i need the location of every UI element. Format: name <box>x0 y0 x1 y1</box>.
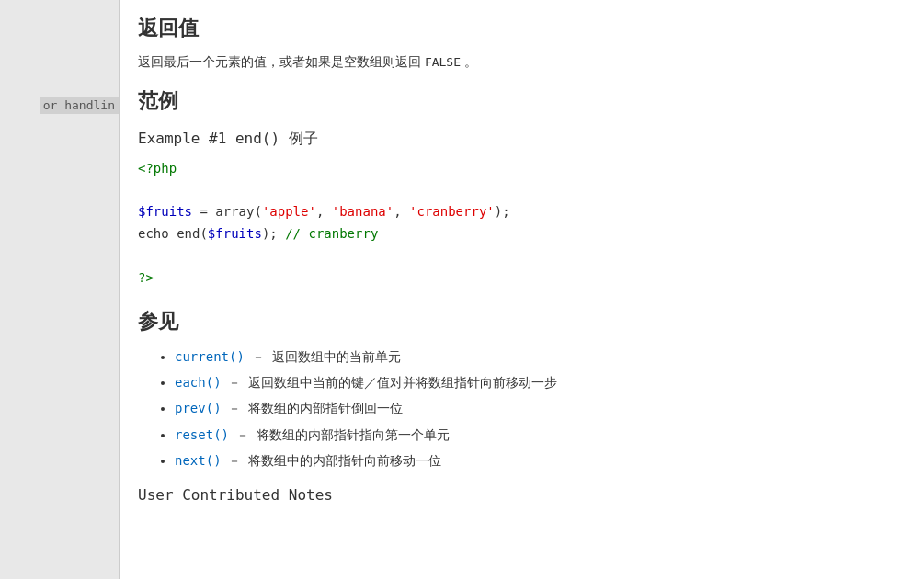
link-reset[interactable]: reset() <box>175 427 229 442</box>
separator-4: － <box>236 427 253 442</box>
list-item: each() － 返回数组中当前的键／值对并将数组指针向前移动一步 <box>175 372 896 392</box>
main-content: 返回值 返回最后一个元素的值，或者如果是空数组则返回 FALSE 。 范例 Ex… <box>120 0 924 579</box>
list-item: reset() － 将数组的内部指针指向第一个单元 <box>175 425 896 445</box>
see-also-list: current() － 返回数组中的当前单元 each() － 返回数组中当前的… <box>138 346 896 471</box>
code-block: <?php $fruits = array('apple', 'banana',… <box>138 158 896 290</box>
code-blank-line2 <box>138 245 896 267</box>
list-item: prev() － 将数组的内部指针倒回一位 <box>175 398 896 418</box>
link-each[interactable]: each() <box>175 375 222 390</box>
false-keyword: FALSE <box>425 55 461 69</box>
code-blank-line <box>138 180 896 202</box>
sidebar: or handlin <box>0 0 120 579</box>
separator-1: － <box>252 349 268 364</box>
example-heading: 范例 <box>138 87 896 115</box>
code-line-2: echo end($fruits); // cranberry <box>138 223 896 245</box>
code-line-1: $fruits = array('apple', 'banana', 'cran… <box>138 201 896 223</box>
user-notes-heading: User Contributed Notes <box>138 486 896 504</box>
separator-3: － <box>228 401 245 415</box>
desc-next: 将数组中的内部指针向前移动一位 <box>248 453 441 468</box>
see-also-heading: 参见 <box>138 308 896 335</box>
sidebar-label: or handlin <box>40 96 119 114</box>
php-open-tag: <?php <box>138 158 896 180</box>
desc-prev: 将数组的内部指针倒回一位 <box>248 401 403 415</box>
separator-2: － <box>228 375 245 390</box>
desc-each: 返回数组中当前的键／值对并将数组指针向前移动一步 <box>248 375 557 390</box>
list-item: next() － 将数组中的内部指针向前移动一位 <box>175 450 896 471</box>
separator-5: － <box>228 453 245 468</box>
return-value-desc: 返回最后一个元素的值，或者如果是空数组则返回 FALSE 。 <box>138 51 896 73</box>
example1-label: Example #1 end() 例子 <box>138 130 896 149</box>
link-current[interactable]: current() <box>175 349 245 364</box>
desc-current: 返回数组中的当前单元 <box>272 349 401 364</box>
list-item: current() － 返回数组中的当前单元 <box>175 346 896 367</box>
php-close-tag: ?> <box>138 267 896 290</box>
return-value-heading: 返回值 <box>138 15 896 42</box>
link-next[interactable]: next() <box>175 453 222 468</box>
return-desc-text: 返回最后一个元素的值，或者如果是空数组则返回 <box>138 54 421 69</box>
desc-reset: 将数组的内部指针指向第一个单元 <box>257 427 450 442</box>
link-prev[interactable]: prev() <box>175 401 222 415</box>
return-desc-end: 。 <box>464 54 477 69</box>
var-fruits: $fruits <box>138 204 192 219</box>
